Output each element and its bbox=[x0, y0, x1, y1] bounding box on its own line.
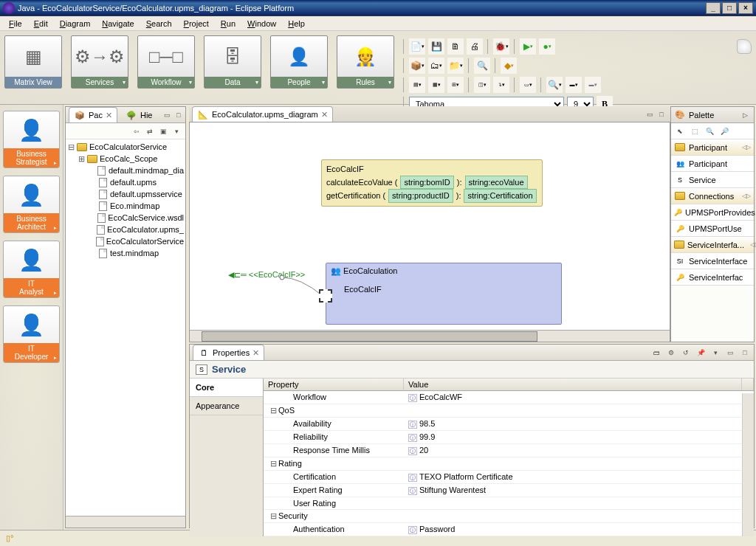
restore-button[interactable]: ↺ bbox=[680, 347, 692, 359]
print-button[interactable]: 🖨 bbox=[467, 38, 483, 55]
prop-col-property[interactable]: Property bbox=[264, 379, 404, 390]
bigbtn-services[interactable]: ⚙→⚙Services▾ bbox=[71, 35, 128, 89]
tree-file[interactable]: EcoCalculatorService bbox=[67, 235, 184, 247]
interface-card[interactable]: EcoCalcIF calculateEcoValue (string:bomI… bbox=[321, 159, 543, 207]
prop-row-qos[interactable]: ⊟QoS bbox=[264, 404, 754, 418]
editor-minimize-button[interactable]: ▭ bbox=[644, 108, 656, 120]
select-button[interactable]: ▭▾ bbox=[520, 77, 536, 93]
minimize-view-button[interactable]: ▭ bbox=[163, 109, 171, 121]
link-button[interactable]: ⇄ bbox=[144, 125, 156, 137]
participant-card[interactable]: 👥 EcoCalculation EcoCalcIF bbox=[326, 263, 562, 325]
prop-row-availability[interactable]: Availabilityⓘ98.5 bbox=[264, 418, 754, 431]
router-button[interactable]: ↴▾ bbox=[493, 77, 509, 93]
tree-file[interactable]: default.upmsservice bbox=[67, 188, 184, 200]
prop-maximize-button[interactable]: □ bbox=[739, 347, 751, 359]
tree-file[interactable]: default.mindmap_dia bbox=[67, 165, 184, 176]
bigbtn-people[interactable]: 👤People▾ bbox=[270, 35, 328, 89]
prop-row-authentication[interactable]: AuthenticationⓘPassword bbox=[264, 523, 754, 536]
pointer-tool[interactable]: ⬉ bbox=[674, 125, 686, 137]
line-color-button[interactable]: ▬▾ bbox=[585, 77, 601, 93]
prop-row-user-rating[interactable]: User Rating bbox=[264, 497, 754, 510]
operation-calculateEcoValue[interactable]: calculateEcoValue (string:bomID): string… bbox=[326, 176, 537, 190]
diagram-canvas[interactable]: EcoCalcIF calculateEcoValue (string:bomI… bbox=[189, 122, 670, 342]
prop-view-menu-button[interactable]: ▾ bbox=[709, 347, 721, 359]
role-business-strategist[interactable]: 👤BusinessStrategist ▸ bbox=[3, 111, 60, 168]
menu-diagram[interactable]: Diagram bbox=[54, 18, 97, 30]
properties-tab[interactable]: 🗒Properties ✕ bbox=[193, 345, 264, 360]
palette-item-serviceinterface[interactable]: SIServiceInterface bbox=[671, 253, 754, 269]
canvas-hscrollbar[interactable] bbox=[190, 330, 670, 342]
tree-file[interactable]: EcoCalculator.upms_ bbox=[67, 224, 184, 235]
back-button[interactable]: ⇦ bbox=[131, 125, 142, 137]
editor-maximize-button[interactable]: □ bbox=[656, 108, 667, 120]
debug-button[interactable]: 🐞▾ bbox=[493, 38, 509, 55]
palette-collapse-button[interactable]: ▷ bbox=[739, 109, 751, 121]
align-left-button[interactable]: ▤▾ bbox=[409, 77, 425, 93]
menu-project[interactable]: Project bbox=[178, 18, 215, 30]
prop-tab-appearance[interactable]: Appearance bbox=[190, 397, 263, 415]
new-class-button[interactable]: 🗂▾ bbox=[428, 58, 444, 74]
role-it-analyst[interactable]: 👤ITAnalyst ▸ bbox=[3, 241, 60, 298]
pin-button[interactable]: 📌 bbox=[695, 347, 707, 359]
menu-run[interactable]: Run bbox=[215, 18, 241, 30]
fill-color-button[interactable]: ▬▾ bbox=[566, 77, 582, 93]
launch-icon[interactable]: ▯° bbox=[6, 533, 13, 543]
prop-row-rating[interactable]: ⊟Rating bbox=[264, 457, 754, 471]
prop-row-reliability[interactable]: Reliabilityⓘ99.9 bbox=[264, 431, 754, 444]
tree-file[interactable]: test.mindmap bbox=[67, 247, 184, 259]
role-it-developer[interactable]: 👤ITDeveloper ▸ bbox=[3, 305, 60, 363]
search-button[interactable]: 🔍 bbox=[474, 58, 490, 74]
align-center-button[interactable]: ▦▾ bbox=[428, 77, 444, 93]
menu-window[interactable]: Window bbox=[241, 18, 282, 30]
marquee-tool[interactable]: ⬚ bbox=[689, 125, 701, 137]
show-advanced-button[interactable]: ⚙ bbox=[665, 347, 677, 359]
new-folder-button[interactable]: 📁▾ bbox=[447, 58, 464, 74]
palette-item-participant[interactable]: 👥Participant bbox=[671, 156, 754, 172]
menu-file[interactable]: File bbox=[3, 18, 28, 30]
palette-item-service[interactable]: SService bbox=[671, 172, 754, 188]
hierarchy-tab[interactable]: 🌳Hie bbox=[120, 107, 158, 122]
menu-edit[interactable]: Edit bbox=[28, 18, 54, 30]
save-button[interactable]: 💾 bbox=[428, 38, 444, 55]
arrange-button[interactable]: ⊞▾ bbox=[447, 77, 464, 93]
bigbtn-data[interactable]: 🗄Data▾ bbox=[204, 35, 261, 89]
perspective-button[interactable] bbox=[737, 39, 752, 54]
tree-scope[interactable]: ⊞EcoCalc_Scope bbox=[67, 153, 184, 165]
zoom-out-tool[interactable]: 🔎 bbox=[718, 125, 730, 137]
prop-row-expert-rating[interactable]: Expert RatingⓘStiftung Warentest bbox=[264, 484, 754, 497]
palette-section-connections[interactable]: Connections◁▷ bbox=[671, 188, 754, 204]
maximize-view-button[interactable]: □ bbox=[174, 109, 182, 121]
prop-row-security[interactable]: ⊟Security bbox=[264, 510, 754, 523]
tree-file[interactable]: default.upms bbox=[67, 176, 184, 188]
bigbtn-rules[interactable]: 👷Rules▾ bbox=[337, 35, 394, 89]
prop-vscrollbar[interactable] bbox=[742, 393, 754, 536]
new-package-button[interactable]: 📦▾ bbox=[409, 58, 425, 74]
prop-col-value[interactable]: Value bbox=[404, 379, 742, 390]
tree-file[interactable]: EcoCalcService.wsdl bbox=[67, 212, 184, 224]
maximize-button[interactable]: □ bbox=[722, 2, 737, 14]
bigbtn-workflow[interactable]: □─□Workflow▾ bbox=[137, 35, 195, 89]
palette-item-upmsportuse[interactable]: 🔑UPMSPortUse bbox=[671, 221, 754, 237]
tree-file[interactable]: Eco.mindmap bbox=[67, 200, 184, 212]
palette-section-participant[interactable]: Participant◁▷ bbox=[671, 139, 754, 156]
menu-help[interactable]: Help bbox=[282, 18, 311, 30]
prop-row-response-time-millis[interactable]: Response Time Millisⓘ20 bbox=[264, 444, 754, 457]
bookmark-button[interactable]: ◆▾ bbox=[501, 58, 517, 74]
package-tab[interactable]: 📦Pac ✕ bbox=[69, 107, 117, 122]
operation-getCertification[interactable]: getCertification (string:productID): str… bbox=[326, 189, 537, 203]
minimize-button[interactable]: _ bbox=[706, 2, 721, 14]
palette-item-upmsportprovides[interactable]: 🔑UPMSPortProvides bbox=[671, 204, 754, 221]
palette-item-serviceinterfac[interactable]: 🔑ServiceInterfac bbox=[671, 269, 754, 286]
zoom-in-tool[interactable]: 🔍 bbox=[704, 125, 715, 137]
run-last-button[interactable]: ●▾ bbox=[539, 38, 555, 55]
hide-button[interactable]: ◫▾ bbox=[474, 77, 490, 93]
tree-project[interactable]: ⊟EcoCalculatorService bbox=[67, 141, 184, 153]
bigbtn-matrix-view[interactable]: ▦Matrix View bbox=[4, 35, 62, 89]
save-all-button[interactable]: 🗎 bbox=[447, 38, 464, 55]
prop-tab-core[interactable]: Core bbox=[190, 379, 263, 397]
palette-section-serviceinterfa[interactable]: ServiceInterfa...◁▷ bbox=[671, 237, 754, 253]
view-menu-button[interactable]: ▾ bbox=[171, 125, 182, 137]
prop-minimize-button[interactable]: ▭ bbox=[724, 347, 736, 359]
port-box[interactable] bbox=[319, 289, 332, 303]
show-categories-button[interactable]: 🗃 bbox=[650, 347, 662, 359]
